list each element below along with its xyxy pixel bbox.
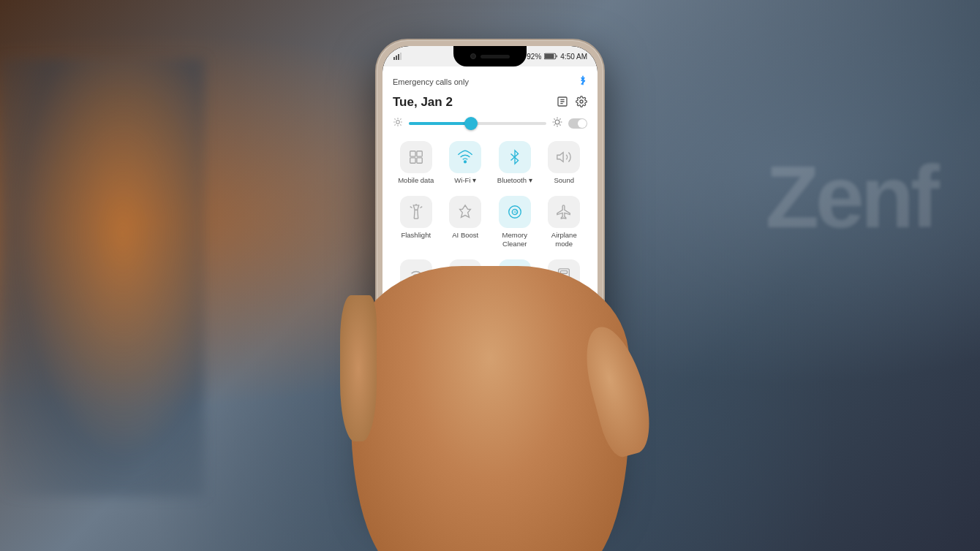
svg-rect-33 [410, 158, 415, 163]
notch [453, 46, 527, 66]
svg-line-37 [414, 210, 415, 219]
svg-point-12 [580, 100, 583, 103]
svg-line-17 [400, 124, 401, 125]
wifi-icon-wrap [449, 141, 481, 173]
tile-bluetooth[interactable]: Bluetooth ▾ [491, 137, 538, 189]
battery-percent: 92% [527, 53, 541, 61]
flashlight-icon-wrap [400, 196, 432, 228]
svg-line-29 [554, 124, 554, 125]
settings-icon[interactable] [576, 96, 587, 110]
svg-rect-3 [400, 53, 402, 60]
status-right: 92% 4:50 AM [527, 53, 587, 61]
tile-flashlight[interactable]: Flashlight [393, 191, 440, 252]
header-icons [557, 96, 587, 110]
hand [351, 266, 629, 551]
emergency-row: Emergency calls only [393, 72, 587, 91]
brightness-slider[interactable] [409, 122, 546, 125]
svg-marker-36 [557, 153, 563, 162]
fingers [340, 295, 377, 441]
status-left [393, 52, 402, 61]
svg-line-40 [410, 207, 412, 208]
notes-icon[interactable] [557, 96, 568, 110]
memory-cleaner-icon-wrap: 4G [499, 196, 531, 228]
svg-rect-34 [417, 158, 422, 163]
front-camera [470, 53, 476, 59]
emergency-text: Emergency calls only [393, 77, 469, 86]
mobile-data-label: Mobile data [398, 176, 434, 184]
bluetooth-label: Bluetooth ▾ [497, 176, 532, 184]
phone-hand-area: 92% 4:50 AM Emergency call [307, 0, 673, 551]
airplane-mode-label: Airplane mode [543, 231, 587, 248]
auto-brightness-toggle[interactable] [568, 118, 587, 129]
tile-airplane-mode[interactable]: Airplane mode [541, 191, 588, 252]
airplane-icon-wrap [548, 196, 580, 228]
svg-point-35 [464, 161, 467, 163]
svg-line-25 [554, 118, 554, 119]
slider-thumb [464, 117, 478, 130]
toggle-knob [578, 119, 587, 128]
memory-cleaner-label: Memory Cleaner [493, 231, 537, 248]
svg-rect-6 [557, 56, 558, 58]
speaker [480, 55, 510, 58]
svg-rect-5 [545, 54, 554, 58]
svg-line-30 [559, 118, 560, 119]
sound-label: Sound [554, 176, 574, 184]
svg-line-41 [420, 207, 422, 208]
svg-rect-32 [417, 151, 422, 156]
tile-memory-cleaner[interactable]: 4G Memory Cleaner [491, 191, 538, 252]
bg-person [0, 58, 205, 497]
brightness-high-icon [552, 117, 562, 129]
thumb [576, 320, 660, 460]
bluetooth-icon-wrap [499, 141, 531, 173]
tiles-row-1: Mobile data [393, 135, 587, 190]
svg-rect-2 [398, 54, 399, 60]
date-display: Tue, Jan 2 [393, 95, 453, 110]
svg-line-26 [559, 124, 560, 125]
svg-text:4G: 4G [513, 210, 519, 214]
tile-sound[interactable]: Sound [541, 137, 588, 189]
svg-point-22 [555, 120, 559, 124]
wifi-label: Wi-Fi ▾ [454, 176, 476, 184]
ai-boost-icon-wrap [449, 196, 481, 228]
date-settings-row: Tue, Jan 2 [393, 91, 587, 114]
brightness-low-icon [393, 117, 403, 129]
battery-icon [544, 53, 557, 60]
signal-icon [393, 52, 402, 61]
brightness-row [393, 114, 587, 135]
bg-brand-text: Zenf [766, 146, 936, 247]
tile-wifi[interactable]: Wi-Fi ▾ [442, 137, 489, 189]
tile-mobile-data[interactable]: Mobile data [393, 137, 440, 189]
tile-ai-boost[interactable]: AI Boost [442, 191, 489, 252]
bluetooth-status-icon [578, 75, 587, 88]
svg-rect-0 [393, 57, 395, 60]
sound-icon-wrap [548, 141, 580, 173]
flashlight-label: Flashlight [401, 231, 431, 239]
time-display: 4:50 AM [560, 53, 587, 61]
svg-rect-1 [396, 56, 397, 60]
svg-rect-31 [410, 151, 415, 156]
svg-line-20 [394, 124, 395, 125]
svg-point-13 [396, 121, 400, 124]
mobile-data-icon-wrap [400, 141, 432, 173]
tiles-row-2: Flashlight AI Boost [393, 190, 587, 254]
svg-line-16 [394, 118, 395, 119]
slider-fill [409, 122, 471, 125]
svg-line-38 [418, 210, 418, 219]
svg-line-21 [400, 118, 401, 119]
ai-boost-label: AI Boost [452, 231, 478, 239]
